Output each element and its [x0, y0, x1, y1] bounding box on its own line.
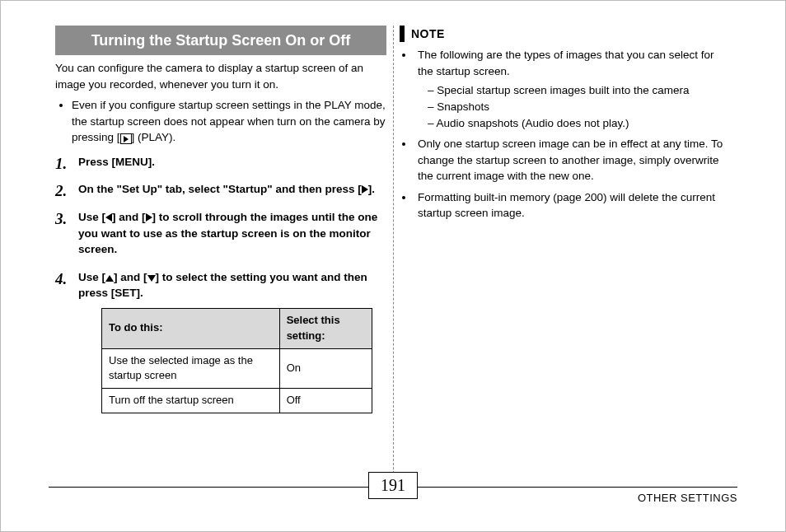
note-item-1: The following are the types of images th… — [414, 47, 731, 131]
step4-b: ] and [ — [114, 271, 147, 283]
intro-text: You can configure the camera to display … — [55, 60, 386, 92]
settings-table: To do this: Select this setting: Use the… — [101, 308, 372, 413]
footer-section-label: OTHER SETTINGS — [638, 492, 737, 504]
intro-bullet-1: Even if you configure startup screen set… — [72, 97, 386, 146]
step4-a: Use [ — [78, 271, 105, 283]
bullet1-text-b: ] (PLAY). — [132, 131, 176, 143]
page-number: 191 — [368, 472, 418, 499]
up-arrow-icon — [105, 275, 114, 282]
note-item-3: Formatting built-in memory (page 200) wi… — [414, 189, 731, 222]
step-3: Use [] and [] to scroll through the imag… — [55, 209, 386, 258]
table-row: Turn off the startup screen Off — [102, 389, 372, 413]
step-2: On the "Set Up" tab, select "Startup" an… — [55, 181, 386, 198]
step-1: Press [MENU]. — [55, 154, 386, 170]
table-cell: Turn off the startup screen — [102, 389, 280, 413]
left-column: Turning the Startup Screen On or Off You… — [49, 26, 393, 482]
note1-sub-a: Special startup screen images built into… — [428, 82, 731, 99]
note1-text: The following are the types of images th… — [418, 49, 713, 77]
step2-b: ]. — [368, 183, 375, 195]
down-arrow-icon — [147, 275, 156, 282]
note1-sub-b: Snapshots — [428, 99, 731, 115]
step2-a: On the "Set Up" tab, select "Startup" an… — [78, 183, 362, 195]
play-icon — [120, 133, 132, 144]
table-header-1: To do this: — [102, 308, 280, 348]
section-title: Turning the Startup Screen On or Off — [55, 26, 386, 55]
steps-list: Press [MENU]. On the "Set Up" tab, selec… — [55, 154, 386, 413]
step-4: Use [] and [] to select the setting you … — [55, 269, 386, 413]
step3-b: ] and [ — [112, 211, 146, 223]
page-footer: 191 OTHER SETTINGS — [49, 487, 737, 516]
note1-sub-c: Audio snapshots (Audio does not play.) — [428, 115, 731, 132]
right-arrow-icon — [146, 213, 152, 222]
table-cell: On — [279, 348, 372, 389]
note1-sublist: Special startup screen images built into… — [418, 82, 731, 131]
table-row: Use the selected image as the startup sc… — [102, 348, 372, 389]
table-header-2: Select this setting: — [279, 308, 372, 348]
right-column: NOTE The following are the types of imag… — [393, 26, 737, 482]
table-cell: Use the selected image as the startup sc… — [102, 348, 280, 389]
step3-a: Use [ — [78, 211, 105, 223]
table-header-row: To do this: Select this setting: — [102, 308, 372, 348]
bullet1-text-a: Even if you configure startup screen set… — [72, 99, 386, 143]
intro-bullets: Even if you configure startup screen set… — [55, 97, 386, 146]
left-arrow-icon — [105, 213, 112, 222]
note-heading: NOTE — [400, 26, 731, 42]
note-item-2: Only one startup screen image can be in … — [414, 136, 731, 184]
column-divider — [393, 26, 394, 482]
manual-page: Turning the Startup Screen On or Off You… — [0, 0, 786, 532]
right-arrow-icon — [362, 185, 368, 194]
table-cell: Off — [279, 389, 372, 413]
note-list: The following are the types of images th… — [400, 47, 731, 222]
